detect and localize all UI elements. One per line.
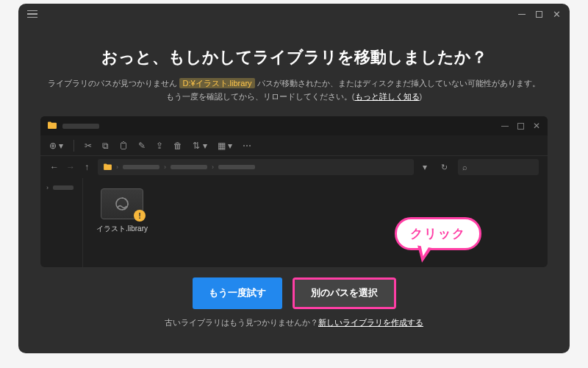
explorer-title-placeholder [62, 124, 99, 129]
menu-icon[interactable] [27, 10, 37, 18]
window-controls: ✕ [518, 9, 561, 20]
explorer-toolbar: ⊕ ▾ ✂ ⧉ 📋︎ ✎ ⇪ 🗑︎ ⇅ ▾ ▦ ▾ ⋯ [40, 135, 548, 156]
subtitle-part4: ) [420, 92, 423, 101]
svg-point-0 [116, 198, 128, 210]
select-other-path-button[interactable]: 別のパスを選択 [295, 280, 394, 307]
share-icon[interactable]: ⇪ [156, 141, 163, 151]
forward-icon[interactable]: → [65, 162, 76, 172]
subtitle-part2: パスが移動されたか、またはディスクまだ挿入していない可能性があります。 [255, 79, 540, 88]
more-icon[interactable]: ⋯ [243, 141, 251, 151]
breadcrumb-folder-icon [104, 162, 112, 172]
copy-icon[interactable]: ⧉ [102, 141, 109, 151]
paste-icon[interactable]: 📋︎ [119, 141, 128, 151]
select-path-highlight: 別のパスを選択 [293, 277, 396, 309]
search-icon: ⌕ [462, 163, 467, 171]
library-folder-icon: ! [101, 188, 143, 219]
footer-hint: 古いライブラリはもう見つかりませんか？新しいライブラリを作成する [18, 318, 570, 328]
back-icon[interactable]: ← [49, 162, 60, 172]
delete-icon[interactable]: 🗑︎ [173, 141, 182, 151]
page-title: おっと、もしかしてライブラリを移動しましたか？ [18, 46, 570, 68]
learn-more-link[interactable]: もっと詳しく知る [355, 92, 420, 101]
subtitle-part3: もう一度を確認してから、リロードしてください。( [166, 92, 355, 101]
breadcrumb-dropdown-icon[interactable]: ▾ [420, 162, 430, 172]
callout-tail-icon [415, 245, 432, 263]
sidebar-item[interactable] [53, 185, 74, 190]
folder-icon [48, 121, 57, 131]
create-library-link[interactable]: 新しいライブラリを作成する [318, 318, 423, 327]
explorer-maximize-button[interactable] [517, 123, 524, 130]
rename-icon[interactable]: ✎ [138, 141, 146, 151]
click-callout: クリック [395, 217, 481, 250]
retry-button[interactable]: もう一度試す [193, 277, 282, 309]
close-button[interactable]: ✕ [553, 9, 561, 20]
chevron-right-icon[interactable]: › [46, 184, 49, 191]
titlebar: ✕ [18, 4, 570, 24]
sort-icon[interactable]: ⇅ ▾ [193, 141, 207, 151]
up-icon[interactable]: ↑ [82, 162, 92, 172]
breadcrumb[interactable]: › › › [98, 159, 414, 175]
subtitle: ライブラリのパスが見つかりません D:¥イラスト.library パスが移動され… [18, 77, 570, 103]
action-row: もう一度試す 別のパスを選択 [18, 277, 570, 309]
explorer-sidebar: › [40, 178, 83, 267]
explorer-titlebar: ✕ [40, 116, 548, 135]
library-label: イラスト.library [96, 224, 148, 234]
cut-icon[interactable]: ✂ [85, 141, 92, 151]
library-item[interactable]: ! イラスト.library [96, 188, 148, 234]
view-icon[interactable]: ▦ ▾ [218, 141, 232, 151]
app-window: ✕ おっと、もしかしてライブラリを移動しましたか？ ライブラリのパスが見つかりま… [18, 4, 570, 353]
warning-badge-icon: ! [134, 210, 146, 222]
footer-prefix: 古いライブラリはもう見つかりませんか？ [165, 318, 318, 327]
subtitle-part1: ライブラリのパスが見つかりません [48, 79, 179, 88]
explorer-close-button[interactable]: ✕ [533, 121, 540, 131]
explorer-navbar: ← → ↑ › › › ▾ ↻ ⌕ [40, 156, 548, 178]
missing-path: D:¥イラスト.library [179, 78, 254, 88]
refresh-icon[interactable]: ↻ [436, 159, 452, 175]
search-input[interactable]: ⌕ [458, 159, 539, 175]
new-icon[interactable]: ⊕ ▾ [49, 141, 63, 151]
maximize-button[interactable] [536, 11, 542, 18]
explorer-minimize-button[interactable] [501, 126, 509, 127]
minimize-button[interactable] [518, 14, 526, 15]
